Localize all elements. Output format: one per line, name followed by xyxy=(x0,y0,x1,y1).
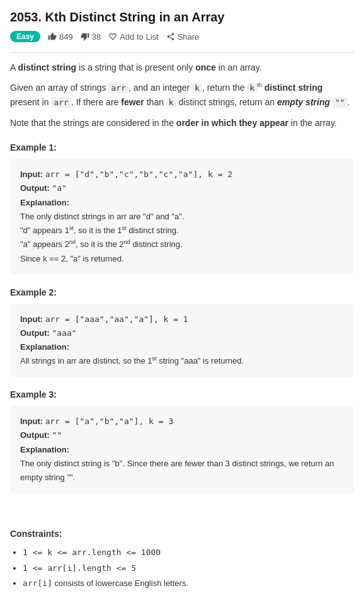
example-1-output: Output: "a" xyxy=(20,181,344,195)
page-title: 2053. Kth Distinct String in an Array xyxy=(10,10,354,25)
divider xyxy=(10,52,354,53)
add-to-list-button[interactable]: Add to List xyxy=(108,32,158,42)
share-button[interactable]: Share xyxy=(166,32,200,42)
difficulty-badge: Easy xyxy=(10,31,40,42)
example-3-title: Example 3: xyxy=(10,389,354,399)
example-1-input: Input: arr = ["d","b","c","b","c","a"], … xyxy=(20,168,344,181)
constraints-title: Constraints: xyxy=(10,529,354,539)
example-3-block: Input: arr = ["a","b","a"], k = 3 Output… xyxy=(10,406,354,493)
distinct-string-term: distinct string xyxy=(18,62,76,72)
dislikes-item[interactable]: 38 xyxy=(81,32,101,42)
constraint-3: arr[i] consists of lowercase English let… xyxy=(23,576,354,592)
distinct-string-term2: distinct string xyxy=(264,83,323,93)
example-1-explanation-line-4: Since k == 2, "a" is returned. xyxy=(20,252,344,266)
dislikes-count: 38 xyxy=(92,32,101,42)
k-code-3: k xyxy=(166,97,176,108)
example-1-block: Input: arr = ["d","b","c","b","c","a"], … xyxy=(10,159,354,274)
heart-icon xyxy=(108,32,117,41)
constraints-list: 1 <= k <= arr.length <= 1000 1 <= arr[i]… xyxy=(10,545,354,592)
k-code-2: k xyxy=(247,83,258,93)
example-1-explanation-line-1: The only distinct strings in arr are "d"… xyxy=(20,210,344,224)
example-1-title: Example 1: xyxy=(10,142,354,152)
example-2-block: Input: arr = ["aaa","aa","a"], k = 1 Out… xyxy=(10,304,354,377)
example-3-explanation-line-1: The only distinct string is "b". Since t… xyxy=(20,457,344,485)
example-1-explanation-line-2: "d" appears 1st, so it is the 1st distin… xyxy=(20,224,344,238)
thumbs-down-icon xyxy=(81,32,89,41)
once-term: once xyxy=(195,62,216,72)
example-1-explanation-label: Explanation: xyxy=(20,196,344,210)
example-3-input: Input: arr = ["a","b","a"], k = 3 xyxy=(20,415,344,428)
example-3-explanation-label: Explanation: xyxy=(20,443,344,457)
add-to-list-label: Add to List xyxy=(120,32,158,42)
arr-code-2: arr xyxy=(51,97,71,108)
example-2-title: Example 2: xyxy=(10,287,354,297)
order-term: order in which they appear xyxy=(176,118,288,128)
k-code-1: k xyxy=(192,83,202,93)
empty-string-code: "" xyxy=(333,97,348,108)
likes-count: 849 xyxy=(59,32,73,42)
thumbs-up-icon xyxy=(48,32,57,41)
fewer-term: fewer xyxy=(121,97,144,107)
problem-description: A distinct string is a string that is pr… xyxy=(10,60,354,130)
likes-item[interactable]: 849 xyxy=(48,32,73,42)
empty-string-term: empty string xyxy=(277,97,330,107)
arr-code-1: arr xyxy=(108,83,128,93)
share-label: Share xyxy=(178,32,200,42)
example-3-output: Output: "" xyxy=(20,428,344,442)
constraint-1: 1 <= k <= arr.length <= 1000 xyxy=(23,545,354,561)
example-1-explanation-line-3: "a" appears 2nd, so it is the 2nd distin… xyxy=(20,238,344,251)
example-2-input: Input: arr = ["aaa","aa","a"], k = 1 xyxy=(20,313,344,326)
constraint-2: 1 <= arr[i].length <= 5 xyxy=(23,561,354,577)
meta-row: Easy 849 38 Add to List Share xyxy=(10,31,354,42)
share-icon xyxy=(166,32,175,41)
example-2-explanation-label: Explanation: xyxy=(20,340,344,354)
example-2-output: Output: "aaa" xyxy=(20,326,344,340)
example-2-explanation-line-1: All strings in arr are distinct, so the … xyxy=(20,354,344,368)
